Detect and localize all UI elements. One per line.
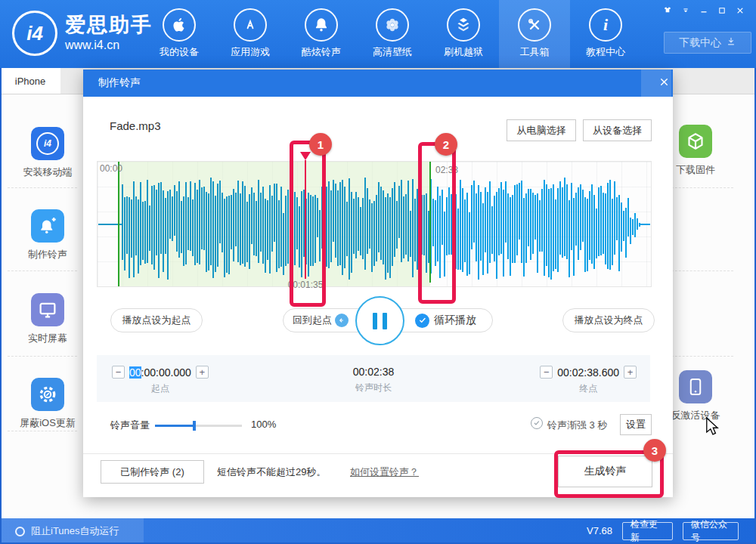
- close-icon: [659, 77, 669, 89]
- end-minus-button[interactable]: −: [540, 366, 553, 379]
- start-label: 起点: [112, 382, 209, 395]
- set-start-button[interactable]: 播放点设为起点: [110, 308, 203, 332]
- loop-check-icon[interactable]: [415, 314, 429, 328]
- apple-icon: [163, 8, 196, 42]
- wallpaper-icon: [376, 8, 409, 42]
- annotation-badge-2: 2: [435, 133, 457, 156]
- volume-slider-fill: [155, 425, 194, 427]
- close-window-icon[interactable]: [733, 5, 747, 17]
- end-time-group: − 00:02:38.600 + 终点: [540, 366, 637, 395]
- dialog-title: 制作铃声: [98, 76, 141, 90]
- start-time-value[interactable]: 00:00:00.000: [129, 366, 191, 379]
- back-to-start-icon[interactable]: [335, 314, 349, 327]
- nav-item-ringtones[interactable]: 酷炫铃声: [286, 0, 357, 68]
- start-minus-button[interactable]: −: [112, 366, 125, 379]
- appstore-icon: [234, 8, 267, 42]
- skin-icon[interactable]: [661, 5, 674, 17]
- pause-icon: [373, 313, 377, 329]
- end-label: 终点: [540, 382, 637, 395]
- start-plus-button[interactable]: +: [196, 366, 209, 379]
- select-from-device-button[interactable]: 从设备选择: [583, 119, 652, 141]
- how-to-set-link[interactable]: 如何设置铃声？: [350, 465, 419, 479]
- cube-icon: [679, 125, 712, 158]
- duration-label: 铃声时长: [318, 382, 429, 394]
- status-bar: 阻止iTunes自动运行 V7.68 检查更新 微信公众号: [0, 518, 756, 544]
- info-icon: i: [589, 8, 622, 42]
- fade-in-check-icon[interactable]: [531, 417, 543, 429]
- settings-button[interactable]: 设置: [620, 414, 652, 435]
- waveform-plot[interactable]: 00:00 02:38 00:01:35: [97, 161, 652, 287]
- start-marker-line[interactable]: [118, 162, 119, 286]
- sms-hint-text: 短信铃声不能超过29秒。: [217, 465, 326, 479]
- dialog-title-bar: 制作铃声: [83, 70, 673, 97]
- maximize-icon[interactable]: [715, 5, 729, 17]
- loop-play-label[interactable]: 循环播放: [434, 314, 476, 327]
- tool-install-mobile[interactable]: i4 安装移动端: [6, 127, 89, 179]
- back-to-start-button[interactable]: 回到起点: [293, 314, 332, 327]
- nav-item-toolbox[interactable]: 工具箱: [499, 0, 570, 68]
- fade-in-label[interactable]: 铃声渐强 3 秒: [547, 419, 607, 432]
- phone-icon: [679, 370, 712, 403]
- made-ringtones-button[interactable]: 已制作铃声 (2): [101, 460, 204, 484]
- monitor-icon: [31, 293, 64, 326]
- bell-icon: [305, 8, 338, 42]
- logo-i4-icon: i4: [12, 11, 57, 56]
- select-from-computer-button[interactable]: 从电脑选择: [507, 119, 576, 141]
- radio-circle-icon: [15, 527, 25, 536]
- volume-slider-handle[interactable]: [193, 421, 196, 431]
- file-name: Fade.mp3: [110, 119, 161, 132]
- tool-live-screen[interactable]: 实时屏幕: [6, 293, 89, 345]
- download-center-button[interactable]: 下载中心: [664, 32, 751, 54]
- volume-label: 铃声音量: [110, 419, 150, 432]
- block-itunes-toggle[interactable]: 阻止iTunes自动运行: [0, 518, 144, 544]
- nav-item-wallpapers[interactable]: 高清壁纸: [357, 0, 428, 68]
- mouse-cursor: [705, 417, 720, 438]
- end-time-value[interactable]: 00:02:38.600: [557, 366, 619, 379]
- dialog-close-button[interactable]: [641, 70, 671, 97]
- gear-icon: [31, 378, 64, 411]
- waveform-zero-line-right: [640, 224, 650, 225]
- toolbox-icon: [518, 8, 551, 42]
- volume-percent: 100%: [251, 419, 276, 430]
- end-plus-button[interactable]: +: [624, 366, 637, 379]
- nav-item-tutorials[interactable]: i 教程中心: [570, 0, 641, 68]
- nav-item-apps-games[interactable]: 应用游戏: [215, 0, 286, 68]
- jailbreak-icon: [447, 8, 480, 42]
- trim-band: − 00:00:00.000 + 起点 00:02:38 铃声时长 − 00:0…: [97, 355, 650, 402]
- minimize-icon[interactable]: [697, 5, 711, 17]
- pause-button[interactable]: [355, 296, 404, 345]
- version-label: V7.68: [587, 525, 612, 536]
- annotation-rect-2: [418, 142, 456, 304]
- wechat-official-button[interactable]: 微信公众号: [683, 522, 739, 540]
- start-time-group: − 00:00:00.000 + 起点: [112, 366, 209, 395]
- brand-title: 爱思助手: [65, 14, 153, 37]
- check-update-button[interactable]: 检查更新: [622, 522, 673, 540]
- download-icon: [726, 36, 736, 49]
- app-window: i4 爱思助手 www.i4.cn 我的设备 应用游戏 酷炫铃声 高清壁纸: [0, 0, 756, 544]
- tool-block-ios-update[interactable]: 屏蔽iOS更新: [6, 378, 89, 430]
- window-edge-left: [0, 68, 2, 544]
- timeline-start-label: 00:00: [100, 163, 122, 174]
- main-nav: 我的设备 应用游戏 酷炫铃声 高清壁纸 刷机越狱 工具箱: [144, 0, 641, 68]
- app-logo: i4 爱思助手 www.i4.cn: [12, 11, 153, 56]
- ringtone-maker-dialog: 制作铃声 Fade.mp3 从电脑选择 从设备选择 00:00 02:38 00…: [83, 70, 673, 497]
- bell-plus-icon: [31, 209, 64, 243]
- app-header: i4 爱思助手 www.i4.cn 我的设备 应用游戏 酷炫铃声 高清壁纸: [0, 0, 756, 68]
- annotation-badge-3: 3: [643, 439, 666, 462]
- duration-group: 00:02:38 铃声时长: [318, 366, 429, 394]
- tab-iphone[interactable]: iPhone: [0, 68, 60, 94]
- menu-collapse-icon[interactable]: [679, 5, 692, 17]
- window-controls: [661, 5, 747, 17]
- tool-make-ringtone[interactable]: 制作铃声: [6, 209, 89, 261]
- nav-item-my-device[interactable]: 我的设备: [144, 0, 215, 68]
- brand-site: www.i4.cn: [65, 39, 153, 52]
- nav-item-jailbreak[interactable]: 刷机越狱: [428, 0, 499, 68]
- volume-slider[interactable]: [155, 425, 242, 427]
- annotation-rect-1: [290, 141, 326, 307]
- duration-value: 00:02:38: [318, 366, 429, 378]
- i4-app-icon: i4: [31, 127, 64, 160]
- annotation-badge-1: 1: [309, 133, 332, 156]
- set-end-button[interactable]: 播放点设为终点: [562, 308, 655, 332]
